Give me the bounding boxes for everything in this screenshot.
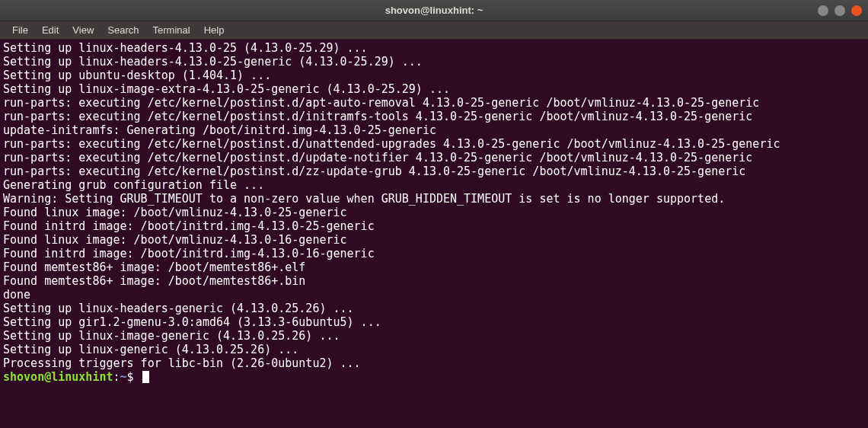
minimize-button[interactable] <box>818 5 828 16</box>
window-title: shovon@linuxhint: ~ <box>385 5 483 16</box>
terminal-line: Setting up linux-headers-generic (4.13.0… <box>3 302 865 315</box>
menu-edit[interactable]: Edit <box>36 23 65 37</box>
terminal-line: Setting up linux-generic (4.13.0.25.26) … <box>3 343 865 356</box>
terminal-line: run-parts: executing /etc/kernel/postins… <box>3 151 865 164</box>
terminal-line: Setting up linux-image-generic (4.13.0.2… <box>3 329 865 343</box>
menu-help[interactable]: Help <box>198 23 231 37</box>
menu-search[interactable]: Search <box>101 23 145 37</box>
terminal-line: Processing triggers for libc-bin (2.26-0… <box>3 356 865 370</box>
terminal-line: Generating grub configuration file ... <box>3 178 865 192</box>
terminal-line: Setting up gir1.2-gmenu-3.0:amd64 (3.13.… <box>3 315 865 329</box>
prompt-separator: : <box>113 370 120 384</box>
terminal-line: run-parts: executing /etc/kernel/postins… <box>3 110 865 123</box>
prompt-line[interactable]: shovon@linuxhint:~$ <box>3 370 865 384</box>
prompt-user-host: shovon@linuxhint <box>3 370 113 384</box>
cursor <box>142 371 149 383</box>
terminal-line: Found initrd image: /boot/initrd.img-4.1… <box>3 247 865 260</box>
menubar: File Edit View Search Terminal Help <box>0 21 868 40</box>
menu-view[interactable]: View <box>66 23 100 37</box>
terminal-line: Found memtest86+ image: /boot/memtest86+… <box>3 274 865 288</box>
terminal-line: Warning: Setting GRUB_TIMEOUT to a non-z… <box>3 192 865 206</box>
close-button[interactable] <box>851 5 862 16</box>
terminal-line: Found linux image: /boot/vmlinuz-4.13.0-… <box>3 233 865 247</box>
terminal-line: Setting up ubuntu-desktop (1.404.1) ... <box>3 69 865 82</box>
terminal-line: Setting up linux-headers-4.13.0-25-gener… <box>3 55 865 69</box>
prompt-dollar: $ <box>127 370 141 384</box>
terminal-line: Found linux image: /boot/vmlinuz-4.13.0-… <box>3 206 865 219</box>
prompt-path: ~ <box>120 370 127 384</box>
window-controls <box>818 5 862 16</box>
terminal-line: run-parts: executing /etc/kernel/postins… <box>3 96 865 110</box>
terminal-area[interactable]: Setting up linux-headers-4.13.0-25 (4.13… <box>0 40 868 428</box>
terminal-line: update-initramfs: Generating /boot/initr… <box>3 123 865 137</box>
maximize-button[interactable] <box>834 5 845 16</box>
terminal-line: done <box>3 288 865 302</box>
terminal-line: Found memtest86+ image: /boot/memtest86+… <box>3 260 865 274</box>
terminal-line: Setting up linux-headers-4.13.0-25 (4.13… <box>3 41 865 55</box>
terminal-line: Setting up linux-image-extra-4.13.0-25-g… <box>3 82 865 96</box>
menu-file[interactable]: File <box>6 23 34 37</box>
menu-terminal[interactable]: Terminal <box>147 23 196 37</box>
terminal-line: Found initrd image: /boot/initrd.img-4.1… <box>3 219 865 233</box>
titlebar: shovon@linuxhint: ~ <box>0 0 868 21</box>
terminal-line: run-parts: executing /etc/kernel/postins… <box>3 164 865 178</box>
terminal-window: shovon@linuxhint: ~ File Edit View Searc… <box>0 0 868 428</box>
terminal-line: run-parts: executing /etc/kernel/postins… <box>3 137 865 151</box>
